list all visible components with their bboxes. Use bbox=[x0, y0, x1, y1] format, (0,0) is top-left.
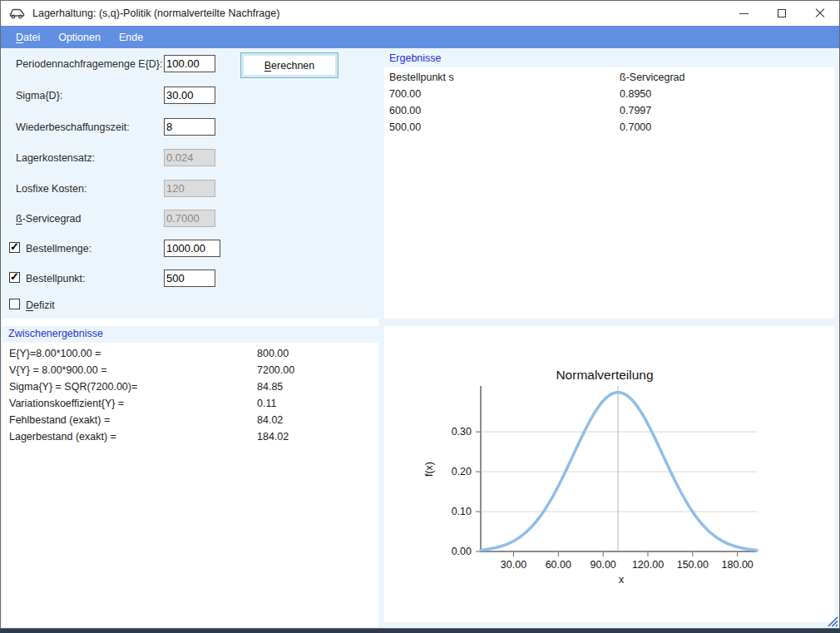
item-label: Lagerbestand (exakt) = bbox=[9, 431, 116, 443]
x-tick-label: 150.00 bbox=[677, 559, 709, 571]
menu-item-ende[interactable]: Ende bbox=[110, 26, 152, 48]
periodennachfragemenge-e-d-input[interactable] bbox=[164, 55, 215, 72]
titlebar: Lagerhaltung: (s,q)-Politik (normalverte… bbox=[1, 1, 839, 26]
wiederbeschaffungszeit-label: Wiederbeschaffungszeit: bbox=[16, 121, 130, 133]
column-header-bestellpunkt: Bestellpunkt s bbox=[389, 72, 454, 83]
item-label: Variationskoeffizient{Y} = bbox=[9, 398, 124, 409]
list-item: V{Y} = 8.00*900.00 =7200.00 bbox=[2, 364, 378, 379]
minimize-icon bbox=[739, 13, 749, 14]
menu-item-optionen[interactable]: Optionen bbox=[49, 26, 110, 48]
zwischenergebnisse-list: E{Y}=8.00*100.00 =800.00V{Y} = 8.00*900.… bbox=[2, 343, 378, 627]
item-label: Sigma{Y} = SQR(7200.00)= bbox=[9, 381, 137, 393]
client-area: Berechnen Periodennachfragemenge E{D}:Si… bbox=[1, 48, 839, 628]
list-item: E{Y}=8.00*100.00 =800.00 bbox=[2, 348, 378, 363]
lagerkostensatz-label: Lagerkostensatz: bbox=[16, 152, 95, 164]
table-row: 700.000.8950 bbox=[384, 88, 834, 103]
list-item: Sigma{Y} = SQR(7200.00)=84.85 bbox=[2, 381, 378, 396]
cell-bestellpunkt: 600.00 bbox=[389, 105, 421, 116]
list-item: Fehlbestand (exakt) =84.02 bbox=[2, 414, 378, 429]
zwischenergebnisse-header: Zwischenergebnisse bbox=[8, 328, 103, 339]
ergebnisse-table: Bestellpunkt sß-Servicegrad700.000.89506… bbox=[384, 67, 834, 319]
servicegrad-input bbox=[164, 210, 215, 227]
maximize-icon bbox=[778, 9, 786, 17]
x-tick-label: 180.00 bbox=[722, 559, 754, 571]
losfixe-kosten-label: Losfixe Kosten: bbox=[16, 183, 86, 195]
ergebnisse-header: Ergebnisse bbox=[389, 52, 442, 64]
close-button[interactable] bbox=[801, 1, 839, 26]
taskbar-strip bbox=[0, 629, 840, 633]
periodennachfragemenge-e-d-label: Periodennachfragemenge E{D}: bbox=[16, 58, 163, 70]
berechnen-button[interactable]: Berechnen bbox=[240, 52, 338, 78]
wiederbeschaffungszeit-input[interactable] bbox=[164, 118, 215, 136]
divider bbox=[2, 319, 378, 326]
sigma-d-input[interactable] bbox=[164, 87, 215, 104]
cell-bestellpunkt: 500.00 bbox=[389, 121, 421, 133]
bestellpunkt-checkbox[interactable] bbox=[9, 272, 20, 283]
list-item: Lagerbestand (exakt) =184.02 bbox=[2, 431, 378, 446]
item-value: 84.85 bbox=[257, 381, 283, 393]
column-header-servicegrad: ß-Servicegrad bbox=[620, 72, 685, 83]
list-item: Variationskoeffizient{Y} =0.11 bbox=[2, 398, 378, 413]
losfixe-kosten-input bbox=[164, 180, 215, 197]
close-icon bbox=[815, 8, 825, 18]
y-tick-label: 0.30 bbox=[452, 426, 472, 438]
x-axis-label: x bbox=[619, 574, 625, 586]
menubar: DateiOptionenEnde bbox=[1, 26, 839, 48]
cell-servicegrad: 0.7997 bbox=[620, 105, 651, 116]
item-label: E{Y}=8.00*100.00 = bbox=[9, 348, 101, 359]
bestellpunkt-label: Bestellpunkt: bbox=[26, 273, 86, 284]
screen: Lagerhaltung: (s,q)-Politik (normalverte… bbox=[0, 0, 840, 633]
x-tick-label: 60.00 bbox=[546, 559, 571, 571]
item-value: 800.00 bbox=[257, 348, 289, 359]
sigma-d-label: Sigma{D}: bbox=[16, 90, 62, 101]
cell-servicegrad: 0.8950 bbox=[620, 88, 651, 100]
y-axis-label: f(x) bbox=[423, 462, 435, 477]
resize-grip[interactable] bbox=[827, 616, 838, 627]
item-label: Fehlbestand (exakt) = bbox=[9, 414, 110, 426]
defizit-checkbox[interactable] bbox=[9, 299, 20, 309]
servicegrad-label: ß-Servicegrad bbox=[16, 213, 82, 225]
x-tick-label: 30.00 bbox=[501, 559, 526, 571]
x-tick-label: 120.00 bbox=[632, 559, 664, 571]
item-value: 0.11 bbox=[257, 398, 276, 409]
bestellmenge-label: Bestellmenge: bbox=[26, 243, 91, 255]
app-window: Lagerhaltung: (s,q)-Politik (normalverte… bbox=[0, 0, 840, 629]
bestellpunkt-input[interactable] bbox=[164, 270, 215, 287]
chart-panel: 30.0060.0090.00120.00150.00180.000.000.1… bbox=[384, 326, 834, 622]
table-row: 600.000.7997 bbox=[384, 105, 834, 120]
bestellmenge-checkbox[interactable] bbox=[9, 242, 20, 253]
item-label: V{Y} = 8.00*900.00 = bbox=[9, 364, 106, 376]
lagerkostensatz-input bbox=[164, 149, 215, 166]
cell-servicegrad: 0.7000 bbox=[620, 121, 651, 133]
maximize-button[interactable] bbox=[763, 1, 801, 26]
cell-bestellpunkt: 700.00 bbox=[389, 88, 421, 100]
y-tick-label: 0.10 bbox=[452, 506, 472, 517]
menu-item-datei[interactable]: Datei bbox=[7, 26, 49, 48]
table-row: 500.000.7000 bbox=[384, 121, 834, 136]
window-controls bbox=[724, 1, 839, 26]
table-header-row: Bestellpunkt sß-Servicegrad bbox=[384, 72, 834, 87]
app-icon-car bbox=[9, 7, 25, 19]
minimize-button[interactable] bbox=[724, 1, 763, 26]
x-tick-label: 90.00 bbox=[590, 559, 616, 571]
window-title: Lagerhaltung: (s,q)-Politik (normalverte… bbox=[32, 7, 279, 19]
chart-title: Normalverteilung bbox=[556, 368, 653, 382]
normal-distribution-chart: 30.0060.0090.00120.00150.00180.000.000.1… bbox=[384, 326, 834, 622]
item-value: 84.02 bbox=[257, 414, 283, 426]
y-tick-label: 0.00 bbox=[452, 546, 472, 557]
density-curve bbox=[481, 393, 757, 551]
item-value: 7200.00 bbox=[257, 364, 294, 376]
y-tick-label: 0.20 bbox=[452, 466, 472, 477]
bestellmenge-input[interactable] bbox=[164, 240, 220, 257]
item-value: 184.02 bbox=[257, 431, 289, 443]
form-panel: Berechnen Periodennachfragemenge E{D}:Si… bbox=[2, 48, 378, 319]
defizit-label: Defizit bbox=[26, 299, 55, 311]
